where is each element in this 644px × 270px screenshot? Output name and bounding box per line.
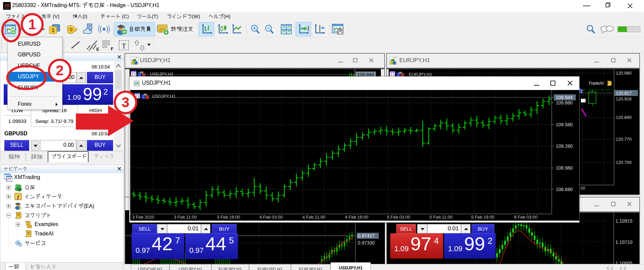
svg-text:5: 5 [70,28,72,32]
svg-text:−: − [267,26,270,31]
svg-text:+: + [253,26,256,31]
svg-text:XM: XM [4,4,10,7]
svg-text:T: T [122,42,126,50]
svg-text:E: E [96,47,99,51]
svg-text:$: $ [52,28,55,33]
svg-text:F: F [111,46,113,51]
